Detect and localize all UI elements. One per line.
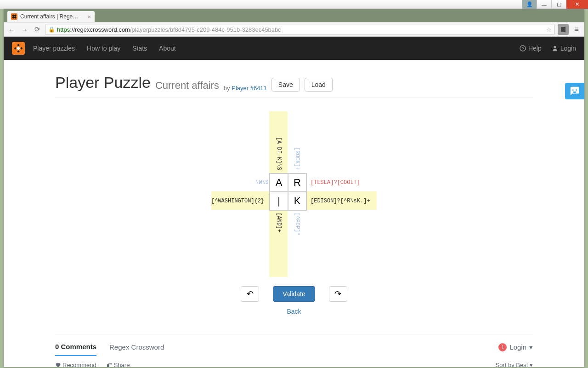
- extension-icon[interactable]: [558, 24, 569, 35]
- url-protocol: https: [57, 26, 70, 33]
- bookmark-star-icon[interactable]: ☆: [546, 26, 552, 33]
- page-subtitle: Current affairs: [155, 80, 219, 92]
- svg-rect-7: [20, 47, 23, 50]
- browser-tab[interactable]: Current affairs | Regex Cro... ×: [7, 11, 95, 22]
- redo-button[interactable]: ↷: [329, 286, 347, 302]
- nav-help[interactable]: ? Help: [520, 45, 542, 52]
- comments-site: Regex Crossword: [109, 343, 164, 356]
- close-button[interactable]: ✕: [566, 0, 588, 9]
- svg-text:?: ?: [522, 46, 524, 51]
- validate-button[interactable]: Validate: [273, 286, 315, 302]
- person-icon: [552, 45, 558, 52]
- window-titlebar: 👤 — ▢ ✕: [0, 0, 588, 9]
- clue-top-col2: [ROCK]+: [294, 147, 300, 170]
- byline: by Player #6411: [224, 85, 267, 92]
- comments-section: 0 Comments Regex Crossword 1 Login ▾ Rec…: [55, 334, 533, 367]
- tab-strip: Current affairs | Regex Cro... ×: [4, 9, 584, 22]
- favicon-icon: [11, 13, 17, 20]
- page-content: Player Puzzle Current affairs by Player …: [32, 60, 556, 367]
- svg-rect-4: [561, 27, 565, 32]
- user-icon[interactable]: 👤: [522, 0, 537, 9]
- page-title: Player Puzzle: [55, 74, 151, 92]
- tab-close-icon[interactable]: ×: [87, 13, 91, 20]
- forward-icon[interactable]: →: [19, 24, 29, 34]
- share-button[interactable]: Share: [107, 362, 130, 367]
- puzzle-area: [A-DF-K]\S [ROCK]+ \W\S [^WASHINGTON]{2}…: [55, 98, 533, 282]
- action-bar: ↶ Validate ↷: [55, 282, 533, 302]
- tab-title: Current affairs | Regex Cro...: [20, 13, 80, 20]
- recommend-button[interactable]: Recommend: [55, 362, 96, 367]
- nav-links: Player puzzles How to play Stats About: [33, 45, 176, 52]
- nav-how-to-play[interactable]: How to play: [87, 45, 120, 52]
- load-button[interactable]: Load: [305, 78, 333, 92]
- svg-rect-5: [17, 44, 20, 46]
- nav-about[interactable]: About: [159, 45, 176, 52]
- clue-top-col1: [A-DF-K]\S: [276, 137, 282, 170]
- nav-player-puzzles[interactable]: Player puzzles: [33, 45, 75, 52]
- cell-1-0[interactable]: |: [270, 192, 288, 210]
- chevron-down-icon: ▾: [529, 343, 533, 351]
- help-icon: ?: [520, 45, 526, 52]
- url-bar[interactable]: 🔒 https://regexcrossword.com/playerpuzzl…: [45, 24, 555, 35]
- clue-right-row2: [EDISON]?[^R\sK.]+: [311, 198, 370, 204]
- svg-point-12: [554, 46, 556, 48]
- nav-login[interactable]: Login: [552, 45, 576, 52]
- nav-stats[interactable]: Stats: [132, 45, 147, 52]
- svg-rect-3: [12, 16, 15, 19]
- browser-toolbar: ← → ⟳ 🔒 https://regexcrossword.com/playe…: [4, 22, 584, 37]
- svg-rect-9: [17, 46, 20, 50]
- comments-tools: Recommend Share Sort by Best ▾: [55, 356, 533, 367]
- comments-header: 0 Comments Regex Crossword 1 Login ▾: [55, 343, 533, 356]
- sort-dropdown[interactable]: Sort by Best ▾: [496, 362, 533, 367]
- cell-1-1[interactable]: K: [288, 192, 306, 210]
- clue-bot-col2: [^POP]*: [294, 213, 300, 236]
- nav-right: ? Help Login: [520, 45, 576, 52]
- cell-0-1[interactable]: R: [288, 173, 306, 192]
- save-button[interactable]: Save: [271, 78, 300, 92]
- feedback-tab[interactable]: [565, 83, 584, 99]
- reload-icon[interactable]: ⟳: [32, 24, 42, 34]
- page-header: Player Puzzle Current affairs by Player …: [55, 74, 533, 98]
- brand-logo-icon[interactable]: [12, 42, 25, 55]
- share-icon: [107, 362, 113, 367]
- back-link[interactable]: Back: [287, 308, 301, 315]
- heart-icon: [55, 362, 61, 367]
- lock-icon: 🔒: [48, 26, 55, 33]
- back-link-row: Back: [55, 302, 533, 316]
- site-navbar: Player puzzles How to play Stats About ?…: [4, 37, 584, 60]
- minimize-button[interactable]: —: [537, 0, 551, 9]
- author-link[interactable]: Player #6411: [232, 85, 267, 92]
- url-path: /playerpuzzles/bf8d4795-c209-484c-951b-3…: [130, 26, 281, 33]
- svg-rect-8: [17, 50, 20, 52]
- comments-login[interactable]: 1 Login ▾: [498, 343, 533, 356]
- grid: A R | K: [269, 173, 307, 211]
- hamburger-menu-icon[interactable]: ≡: [571, 25, 582, 34]
- cell-0-0[interactable]: A: [270, 173, 288, 192]
- clue-left-row1: \W\S: [255, 179, 269, 186]
- undo-button[interactable]: ↶: [241, 286, 259, 302]
- browser-window: Current affairs | Regex Cro... × ← → ⟳ 🔒…: [4, 9, 584, 367]
- url-domain: ://regexcrossword.com: [70, 26, 130, 33]
- maximize-button[interactable]: ▢: [551, 0, 566, 9]
- comments-count: 0 Comments: [55, 343, 96, 356]
- clue-left-row2: [^WASHINGTON]{2}: [211, 198, 264, 204]
- back-icon[interactable]: ←: [6, 24, 17, 34]
- svg-rect-6: [14, 47, 17, 50]
- page-viewport: Player puzzles How to play Stats About ?…: [4, 37, 584, 367]
- clue-bot-col1: [AND]+: [276, 213, 282, 232]
- chevron-down-icon: ▾: [530, 362, 533, 367]
- notification-badge: 1: [498, 343, 507, 351]
- clue-right-row1: [TESLA]?[COOL!]: [311, 179, 360, 186]
